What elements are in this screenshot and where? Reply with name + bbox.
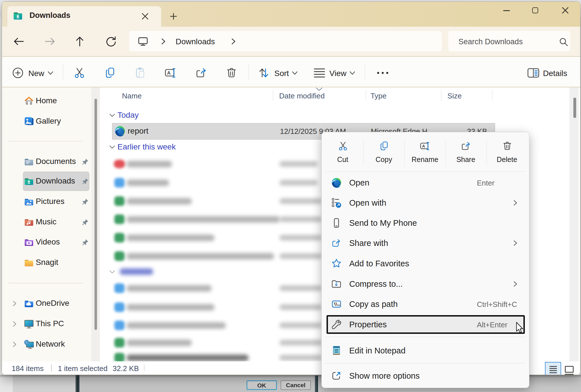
svg-text:A: A xyxy=(422,144,425,148)
svg-text:A: A xyxy=(167,70,170,76)
